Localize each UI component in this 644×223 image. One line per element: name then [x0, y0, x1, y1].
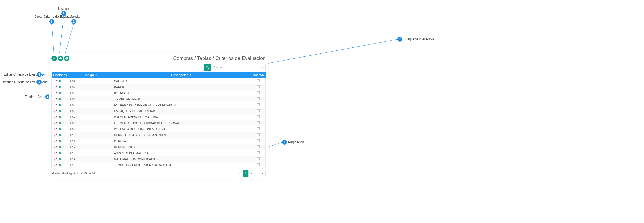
edit-button[interactable]	[54, 157, 58, 161]
inactive-checkbox[interactable]	[257, 157, 260, 160]
page-button[interactable]: 1	[243, 170, 249, 177]
view-button[interactable]	[58, 103, 62, 107]
delete-button[interactable]	[63, 79, 66, 83]
cell-descripcion: POTENCIA DEL COMPONENTE FINAL	[112, 126, 251, 132]
delete-button[interactable]	[63, 127, 66, 131]
table-row: 013ASPECTO DEL MATERIAL	[52, 150, 266, 156]
delete-button[interactable]	[63, 163, 66, 167]
view-button[interactable]	[58, 79, 62, 83]
search-button[interactable]	[204, 64, 211, 71]
page-button[interactable]: «	[237, 170, 243, 177]
cell-descripcion: TIEMPO ENTREGA	[112, 96, 251, 102]
inactive-checkbox[interactable]	[257, 127, 260, 130]
view-button[interactable]	[58, 145, 62, 149]
cell-inactivo	[251, 84, 265, 90]
edit-button[interactable]	[54, 121, 58, 125]
view-button[interactable]	[58, 109, 62, 113]
search-input[interactable]	[211, 64, 260, 71]
edit-button[interactable]	[54, 139, 58, 143]
cell-opciones	[52, 138, 69, 144]
cell-codigo: 006	[69, 108, 112, 114]
view-button[interactable]	[58, 133, 62, 137]
view-button[interactable]	[58, 97, 62, 101]
edit-button[interactable]	[54, 145, 58, 149]
cell-opciones	[52, 90, 69, 96]
delete-button[interactable]	[63, 139, 66, 143]
cell-opciones	[52, 150, 69, 156]
inactive-checkbox[interactable]	[257, 91, 260, 94]
delete-button[interactable]	[63, 145, 66, 149]
view-button[interactable]	[58, 151, 62, 155]
edit-button[interactable]	[54, 85, 58, 89]
col-descripcion[interactable]: Descripción⇕	[112, 72, 251, 78]
cell-descripcion: PUREZA	[112, 138, 251, 144]
inactive-checkbox[interactable]	[257, 79, 260, 82]
view-button[interactable]	[58, 163, 62, 167]
view-button[interactable]	[58, 139, 62, 143]
view-button[interactable]	[58, 157, 62, 161]
inactive-checkbox[interactable]	[257, 97, 260, 100]
edit-button[interactable]	[54, 97, 58, 101]
delete-button[interactable]	[63, 151, 66, 155]
edit-button[interactable]	[54, 103, 58, 107]
inactive-checkbox[interactable]	[257, 109, 260, 112]
col-codigo[interactable]: Código⇕	[69, 72, 112, 78]
inactive-checkbox[interactable]	[257, 163, 260, 166]
delete-button[interactable]	[63, 115, 66, 119]
edit-button[interactable]	[54, 133, 58, 137]
callout-label-busqueda: Búsqueda interactiva	[403, 37, 434, 41]
delete-button[interactable]	[63, 121, 66, 125]
callout-marker-5: 5	[37, 80, 42, 85]
inactive-checkbox[interactable]	[257, 133, 260, 136]
delete-button[interactable]	[63, 97, 66, 101]
cell-opciones	[52, 120, 69, 126]
table-row: 001CALIDAD	[52, 78, 266, 84]
page-button[interactable]: 2	[248, 170, 254, 177]
cell-inactivo	[251, 138, 265, 144]
page-button[interactable]: »	[260, 170, 266, 177]
cell-opciones	[52, 156, 69, 162]
edit-button[interactable]	[54, 151, 58, 155]
table-footer: Mostrando Registro 1 a 15 de 16 «12›»	[51, 170, 266, 177]
cell-opciones	[52, 96, 69, 102]
delete-button[interactable]	[63, 103, 66, 107]
cell-inactivo	[251, 162, 265, 168]
edit-button[interactable]	[54, 91, 58, 95]
inactive-checkbox[interactable]	[257, 151, 260, 154]
add-button[interactable]	[51, 56, 57, 61]
view-button[interactable]	[58, 91, 62, 95]
cell-descripcion: PRESENTACIÓN DEL MATERIAL	[112, 114, 251, 120]
delete-button[interactable]	[63, 109, 66, 113]
delete-button[interactable]	[63, 85, 66, 89]
edit-button[interactable]	[54, 79, 58, 83]
print-button[interactable]	[58, 56, 63, 61]
inactive-checkbox[interactable]	[257, 145, 260, 148]
page-button[interactable]: ›	[254, 170, 260, 177]
search-clear[interactable]: ×	[260, 64, 266, 71]
inactive-checkbox[interactable]	[257, 121, 260, 124]
cell-inactivo	[251, 102, 265, 108]
inactive-checkbox[interactable]	[257, 115, 260, 118]
delete-button[interactable]	[63, 157, 66, 161]
inactive-checkbox[interactable]	[257, 103, 260, 106]
cell-descripcion: EMPAQUE Y HERMETICIDAD	[112, 108, 251, 114]
view-button[interactable]	[58, 115, 62, 119]
edit-button[interactable]	[54, 163, 58, 167]
edit-button[interactable]	[54, 109, 58, 113]
inactive-checkbox[interactable]	[257, 85, 260, 88]
view-button[interactable]	[58, 121, 62, 125]
callout-marker-3: 3	[49, 19, 54, 24]
edit-button[interactable]	[54, 115, 58, 119]
table-row: 009POTENCIA DEL COMPONENTE FINAL	[52, 126, 266, 132]
delete-button[interactable]	[63, 91, 66, 95]
print-icon	[59, 57, 62, 60]
cell-codigo: 015	[69, 162, 112, 168]
inactive-checkbox[interactable]	[257, 139, 260, 142]
view-button[interactable]	[58, 127, 62, 131]
delete-button[interactable]	[63, 133, 66, 137]
cell-codigo: 002	[69, 84, 112, 90]
edit-button[interactable]	[54, 127, 58, 131]
cell-codigo: 013	[69, 150, 112, 156]
help-button[interactable]	[64, 56, 69, 61]
view-button[interactable]	[58, 85, 62, 89]
